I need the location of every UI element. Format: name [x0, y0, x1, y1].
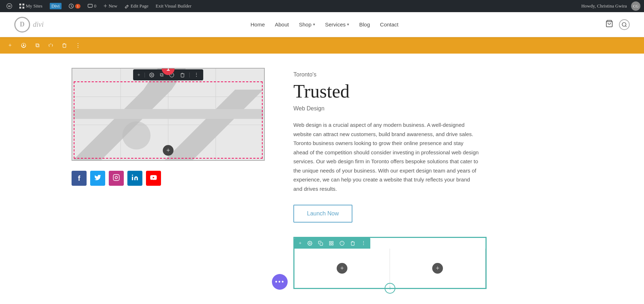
svg-point-11	[23, 45, 24, 46]
site-logo[interactable]: D divi	[14, 17, 44, 33]
svg-point-13	[151, 74, 152, 76]
section-delete-btn[interactable]	[59, 40, 69, 50]
module-delete-btn[interactable]	[179, 71, 186, 79]
purple-options-bubble[interactable]: •••	[272, 274, 288, 290]
howdy-text: Howdy, Christina Gwira	[579, 3, 630, 9]
svg-rect-34	[320, 243, 323, 245]
toolbar-separator-2	[189, 73, 190, 78]
teal-col-2: +	[390, 249, 486, 288]
teal-disable-btn[interactable]	[338, 240, 346, 247]
search-icon[interactable]	[619, 19, 630, 30]
nav-menu: Home About Shop Services Blog Contact	[250, 21, 399, 28]
site-navigation: D divi Home About Shop Services Blog Con…	[0, 12, 644, 37]
torontos-label: Toronto's	[293, 71, 615, 78]
nav-services[interactable]: Services	[325, 21, 350, 28]
avatar[interactable]: CG	[631, 1, 640, 11]
teal-delete-btn[interactable]	[349, 240, 357, 247]
section-more-btn[interactable]: ⋮	[73, 40, 83, 50]
exit-visual-builder[interactable]: Exit Visual Builder	[153, 0, 194, 12]
svg-point-9	[622, 23, 626, 26]
launch-now-button[interactable]: Launch Now	[293, 205, 352, 223]
left-column: 1 + ⧉	[72, 68, 265, 186]
svg-line-10	[625, 26, 626, 27]
module-more-btn[interactable]: ⋮	[192, 71, 200, 79]
teal-grid-btn[interactable]	[327, 240, 335, 247]
teal-col-1: +	[294, 249, 390, 288]
svg-rect-3	[23, 4, 24, 5]
teal-duplicate-btn[interactable]	[317, 240, 325, 247]
svg-rect-36	[332, 241, 333, 243]
right-column: Toronto's Trusted Web Design Web design …	[293, 68, 615, 289]
svg-rect-35	[330, 241, 331, 243]
trusted-heading: Trusted	[293, 81, 615, 102]
logo-icon: D	[14, 17, 30, 33]
divi-menu[interactable]: Divi	[47, 0, 64, 12]
module-settings-btn[interactable]	[148, 71, 156, 79]
youtube-icon[interactable]	[146, 171, 161, 186]
teal-row-section: +	[293, 237, 487, 289]
admin-bar: W My Sites Divi 1 0 + New Edit Page	[0, 0, 644, 12]
nav-blog[interactable]: Blog	[359, 21, 370, 28]
svg-rect-37	[330, 244, 331, 245]
twitter-icon[interactable]	[90, 171, 105, 186]
nav-home[interactable]: Home	[250, 21, 265, 28]
svg-text:W: W	[8, 5, 11, 8]
nav-contact[interactable]: Contact	[380, 21, 399, 28]
content-row: 1 + ⧉	[0, 54, 644, 303]
svg-rect-5	[23, 7, 24, 9]
main-content: + ⧉ ⋮	[0, 37, 644, 303]
teal-add-btn[interactable]: +	[297, 239, 303, 247]
cart-icon[interactable]	[605, 20, 613, 29]
svg-point-33	[309, 243, 311, 244]
module-move-btn[interactable]: +	[136, 71, 142, 79]
comments[interactable]: 0	[85, 0, 99, 12]
edit-page[interactable]: Edit Page	[122, 0, 151, 12]
web-design-label: Web Design	[293, 105, 615, 112]
social-icons-row: f	[72, 171, 265, 186]
new-button[interactable]: + New	[101, 0, 120, 12]
facebook-icon[interactable]: f	[72, 171, 87, 186]
updates[interactable]: 1	[66, 0, 83, 12]
module-selection-border	[74, 81, 263, 159]
svg-rect-38	[332, 244, 333, 245]
svg-point-31	[132, 174, 133, 175]
nav-about[interactable]: About	[275, 21, 289, 28]
section-duplicate-btn[interactable]: ⧉	[32, 40, 42, 50]
svg-rect-30	[132, 176, 133, 180]
section-toolbar: + ⧉ ⋮	[0, 37, 644, 54]
description-text: Web design is a crucial aspect of any mo…	[293, 120, 479, 193]
section-add-btn[interactable]: +	[5, 40, 15, 50]
svg-rect-7	[88, 4, 92, 8]
toolbar-separator	[145, 73, 145, 78]
teal-more-btn[interactable]: ⋮	[360, 239, 367, 247]
map-module: 1 + ⧉	[72, 68, 265, 161]
teal-toolbar: +	[294, 238, 370, 249]
my-sites[interactable]: My Sites	[16, 0, 45, 12]
teal-col2-add-btn[interactable]: +	[432, 263, 443, 274]
teal-settings-btn[interactable]	[306, 240, 314, 247]
wp-logo[interactable]: W	[4, 0, 15, 12]
section-disable-btn[interactable]	[46, 40, 56, 50]
bubble-dots-icon: •••	[275, 278, 284, 285]
teal-col1-add-btn[interactable]: +	[337, 263, 347, 274]
instagram-icon[interactable]	[109, 171, 124, 186]
svg-rect-28	[113, 174, 119, 180]
user-area: Howdy, Christina Gwira CG	[579, 1, 640, 11]
svg-rect-2	[19, 4, 21, 5]
linkedin-icon[interactable]	[127, 171, 142, 186]
teal-add-row-btn[interactable]: +	[385, 283, 395, 294]
section-settings-btn[interactable]	[19, 40, 29, 50]
svg-rect-4	[19, 7, 21, 9]
nav-shop[interactable]: Shop	[299, 21, 315, 28]
